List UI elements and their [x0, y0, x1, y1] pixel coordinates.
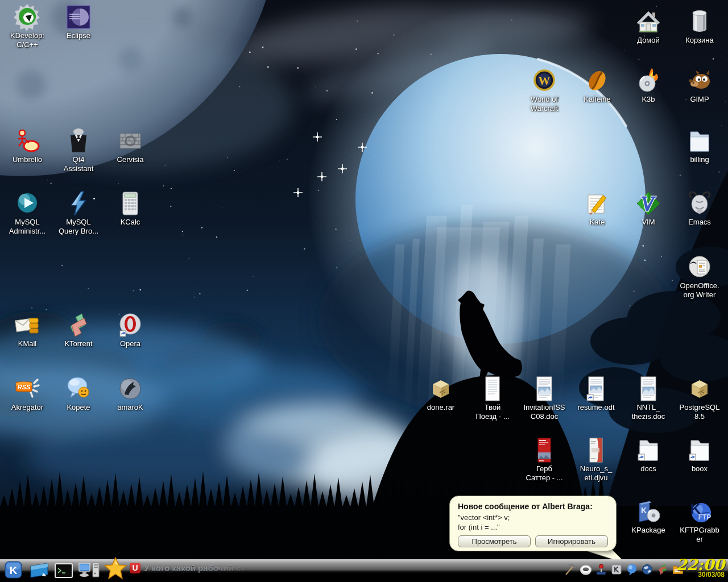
tray-joystick-icon[interactable] — [595, 563, 607, 576]
tray-balloon-icon[interactable] — [626, 563, 638, 576]
kate-icon — [584, 190, 611, 217]
desktop-icon-kdevelop[interactable]: KDevelop: C/C++ — [1, 3, 53, 49]
kopete-icon — [65, 375, 92, 402]
desktop-icon-world-of-warcraft[interactable]: W World of Warcraft — [518, 67, 570, 113]
system-tray — [564, 563, 684, 576]
desktop-icon-kopete[interactable]: Kopete — [52, 375, 105, 412]
desktop-icon-billing[interactable]: billing — [673, 127, 726, 164]
tray-arrows-icon[interactable] — [656, 563, 669, 576]
desktop-icon-trash[interactable]: Корзина — [673, 8, 726, 45]
icon-label: OpenOffice. org Writer — [673, 281, 726, 300]
star-icon[interactable] — [104, 557, 127, 582]
tray-globe-icon[interactable] — [641, 563, 653, 576]
desktop-icon-kate[interactable]: Kate — [571, 190, 623, 227]
qt4-assistant-icon — [65, 127, 92, 155]
notification-body-line1: "vector <int*> v; — [458, 513, 608, 522]
emacs-icon — [686, 190, 713, 217]
icon-label: World of Warcraft — [518, 95, 570, 113]
tray-ring-icon[interactable] — [580, 563, 592, 576]
kmenu-button[interactable]: K — [5, 561, 22, 581]
desktop-icon-done-rar[interactable]: done.rar — [415, 375, 467, 412]
desktop-icon-gimp[interactable]: GIMP — [673, 67, 726, 104]
task-title: У кого какой рабочий ст — [144, 563, 258, 573]
desktop-icon-umbrello[interactable]: Umbrello — [1, 127, 53, 164]
desktop-icon-neuro-seti[interactable]: Neuro_s_ eti.djvu — [570, 436, 622, 483]
system-computer-button[interactable] — [78, 562, 100, 581]
icon-label: GIMP — [673, 95, 726, 104]
eclipse-icon — [65, 3, 92, 31]
desktop-icon-kftpgrabber[interactable]: K FTP KFTPGrabb er — [673, 498, 726, 544]
desktop-icon-invitation-doc[interactable]: InvitationISS C08.doc — [518, 375, 570, 421]
desktop-icon-kpackage[interactable]: K KPackage — [622, 498, 675, 535]
desktop-icon-emacs[interactable]: Emacs — [673, 190, 726, 227]
icon-label: Kaffeine — [571, 95, 623, 104]
odt-document-icon — [582, 375, 610, 402]
desktop-icon-mysql-administrator[interactable]: MySQL Administr... — [1, 190, 53, 236]
notification-popup: Новое сообщение от Albert Braga: "vector… — [449, 496, 617, 551]
rss-text: RSS — [18, 384, 31, 390]
desktop-icon-docs[interactable]: docs — [622, 436, 675, 473]
desktop-icon-kcalc[interactable]: KCalc — [104, 190, 156, 227]
desktop-icon-ktorrent[interactable]: KTorrent — [52, 311, 105, 348]
desktop-icon-oowriter[interactable]: OpenOffice. org Writer — [673, 253, 726, 300]
desktop-icon-cervisia[interactable]: Cervisia — [104, 127, 156, 164]
icon-label: KCalc — [104, 218, 156, 227]
notification-body-line2: for (int i = ..." — [458, 522, 608, 532]
icon-label: KDevelop: C/C++ — [1, 31, 53, 49]
desktop-icon-gerb-satter[interactable]: Герб Саттер - ... — [518, 436, 570, 483]
desktop-icon-akregator[interactable]: RSS Akregator — [1, 375, 53, 412]
kcalc-icon — [117, 190, 144, 217]
folder-link-icon — [635, 436, 662, 464]
desktop-icon-kaffeine[interactable]: Kaffeine — [571, 67, 623, 104]
tray-pickaxe-icon[interactable] — [564, 563, 577, 576]
icon-label: NNTL_ thezis.doc — [622, 403, 675, 421]
ignore-message-button[interactable]: Игнорировать — [535, 535, 608, 547]
kmenu-letter: K — [10, 564, 18, 576]
package-icon — [686, 375, 713, 402]
icon-label: KPackage — [622, 526, 675, 535]
kaffeine-icon — [584, 67, 611, 94]
tray-kde-icon[interactable] — [610, 563, 623, 576]
icon-label: KTorrent — [52, 339, 105, 348]
desktop-icon-k3b[interactable]: K3b — [622, 67, 675, 104]
kftp-ftp-text: FTP — [698, 513, 712, 521]
desktop-icon-qt4-assistant[interactable]: Qt4 Assistant — [52, 127, 105, 173]
cervisia-icon — [117, 127, 144, 155]
kmail-icon — [14, 311, 41, 339]
trash-icon — [686, 8, 713, 35]
desktop-icon-eclipse[interactable]: Eclipse — [52, 3, 105, 40]
desktop-icon-tvoy-poezd[interactable]: Твой Поезд - ... — [466, 375, 519, 421]
icon-label: Qt4 Assistant — [52, 155, 105, 173]
mysql-query-browser-icon — [65, 190, 92, 217]
icon-label: done.rar — [415, 403, 467, 412]
konsole-button[interactable] — [55, 563, 73, 580]
desktop-icon-mysql-query-browser[interactable]: MySQL Query Bro... — [52, 190, 105, 236]
desktop-icon-kmail[interactable]: KMail — [1, 311, 53, 348]
akregator-rss-icon: RSS — [14, 375, 41, 402]
icon-label: VIM — [622, 218, 675, 227]
desktop-icon-postgresql[interactable]: PostgreSQL 8.5 — [673, 375, 726, 421]
desktop-icon-resume-odt[interactable]: resume.odt — [570, 375, 622, 412]
desktop-icon-opera[interactable]: Opera — [104, 311, 156, 348]
icon-label: Cervisia — [104, 155, 156, 164]
desktop-icon-boox[interactable]: boox — [673, 436, 726, 473]
view-message-button[interactable]: Просмотреть — [458, 535, 531, 547]
icon-label: amaroK — [104, 403, 156, 412]
show-desktop-button[interactable] — [30, 563, 49, 580]
desktop-icon-vim[interactable]: VIM — [622, 190, 675, 227]
icon-label: Emacs — [673, 218, 726, 227]
desktop-icon-nntl-thezis[interactable]: NNTL_ thezis.doc — [622, 375, 675, 421]
icon-label: Umbrello — [1, 155, 53, 164]
taskbar-task-opera[interactable]: U У кого какой рабочий ст — [130, 563, 258, 573]
desktop-icon-amarok[interactable]: amaroK — [104, 375, 156, 412]
home-icon — [635, 8, 662, 35]
icon-label: InvitationISS C08.doc — [518, 403, 570, 421]
desktop-icon-home[interactable]: Домой — [622, 8, 675, 45]
umbrello-icon — [14, 127, 41, 155]
icon-label: Neuro_s_ eti.djvu — [570, 464, 622, 483]
icon-label: boox — [673, 464, 726, 473]
text-document-icon — [479, 375, 506, 402]
panel-clock[interactable]: 22:00 30/03/08 — [676, 558, 725, 578]
billing-folder-icon — [686, 127, 713, 155]
icon-label: Kate — [571, 218, 623, 227]
